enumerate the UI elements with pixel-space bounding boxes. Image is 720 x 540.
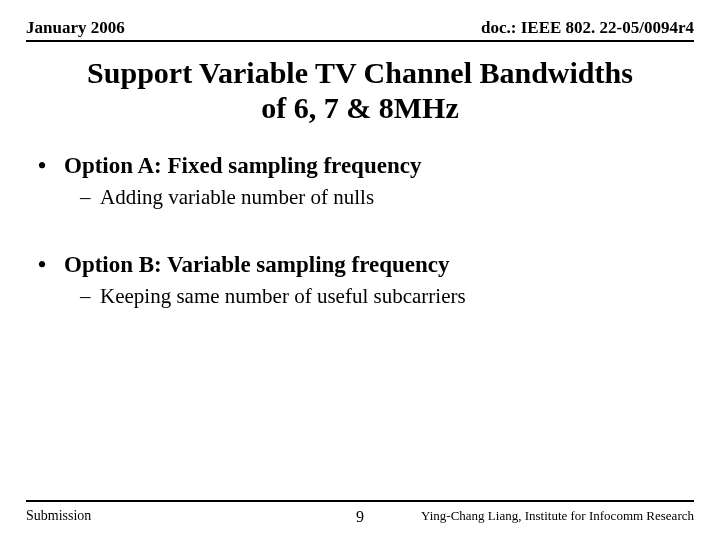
dash-icon: – (80, 284, 100, 309)
bullet-dot-icon: • (38, 153, 64, 179)
title-line1: Support Variable TV Channel Bandwidths (87, 56, 633, 89)
header-rule (26, 40, 694, 42)
slide-title: Support Variable TV Channel Bandwidths o… (30, 56, 690, 125)
header-docnum: doc.: IEEE 802. 22-05/0094r4 (481, 18, 694, 38)
footer-left: Submission (26, 508, 91, 524)
bullet-dot-icon: • (38, 252, 64, 278)
title-line2: of 6, 7 & 8MHz (261, 91, 458, 124)
bullet-option-a: •Option A: Fixed sampling frequency (38, 153, 682, 179)
option-b-sub1: Keeping same number of useful subcarrier… (100, 284, 466, 308)
subbullet-option-b-1: –Keeping same number of useful subcarrie… (80, 284, 682, 309)
header-date: January 2006 (26, 18, 125, 38)
option-a-label: Option A: Fixed sampling frequency (64, 153, 421, 178)
slide-footer: Submission 9 Ying-Chang Liang, Institute… (26, 508, 694, 524)
slide-header: January 2006 doc.: IEEE 802. 22-05/0094r… (0, 0, 720, 38)
dash-icon: – (80, 185, 100, 210)
option-b-label: Option B: Variable sampling frequency (64, 252, 450, 277)
spacer (38, 216, 682, 252)
option-a-sub1: Adding variable number of nulls (100, 185, 374, 209)
footer-author: Ying-Chang Liang, Institute for Infocomm… (421, 508, 694, 524)
subbullet-option-a-1: –Adding variable number of nulls (80, 185, 682, 210)
footer-rule (26, 500, 694, 502)
bullet-option-b: •Option B: Variable sampling frequency (38, 252, 682, 278)
slide-content: •Option A: Fixed sampling frequency –Add… (38, 153, 682, 309)
footer-page-number: 9 (356, 508, 364, 526)
